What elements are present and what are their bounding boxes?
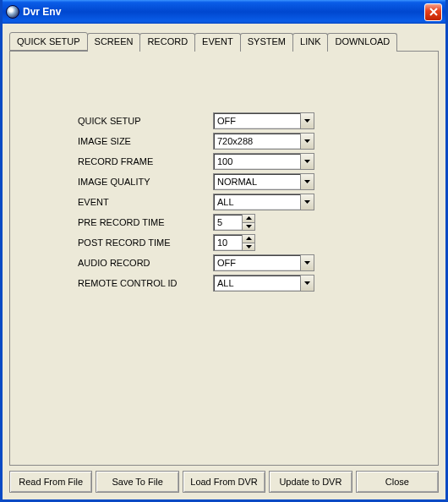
tab-event[interactable]: EVENT — [194, 33, 241, 52]
tab-link[interactable]: LINK — [292, 33, 328, 52]
combo-quick-setup[interactable]: OFF — [213, 112, 314, 129]
spin-pre-record-time[interactable]: 5 — [213, 214, 255, 231]
combo-image-size[interactable]: 720x288 — [213, 133, 314, 150]
row-image-size: IMAGE SIZE 720x288 — [78, 131, 314, 151]
spin-pre-record-time-value: 5 — [214, 215, 242, 230]
close-icon — [429, 8, 438, 16]
spin-up-button[interactable] — [243, 235, 254, 243]
combo-remote-control-id-value: ALL — [214, 278, 300, 288]
label-image-quality: IMAGE QUALITY — [78, 177, 213, 187]
combo-event-value: ALL — [214, 197, 300, 207]
spin-post-record-time-value: 10 — [214, 235, 242, 250]
label-event: EVENT — [78, 197, 213, 207]
label-post-record-time: POST RECORD TIME — [78, 237, 213, 248]
window-title: Dvr Env — [23, 6, 424, 18]
row-image-quality: IMAGE QUALITY NORMAL — [78, 172, 314, 192]
chevron-down-icon — [300, 255, 314, 270]
app-icon — [6, 5, 19, 19]
label-record-frame: RECORD FRAME — [78, 156, 213, 166]
row-record-frame: RECORD FRAME 100 — [78, 151, 314, 172]
combo-event[interactable]: ALL — [213, 194, 314, 210]
row-event: EVENT ALL — [78, 192, 314, 212]
chevron-down-icon — [300, 174, 314, 189]
combo-audio-record[interactable]: OFF — [213, 254, 314, 271]
label-image-size: IMAGE SIZE — [78, 136, 213, 146]
row-post-record-time: POST RECORD TIME 10 — [78, 232, 314, 253]
label-audio-record: AUDIO RECORD — [78, 258, 213, 268]
spin-post-record-time[interactable]: 10 — [213, 234, 255, 251]
button-bar: Read From File Save To File Load From DV… — [9, 466, 439, 493]
combo-image-size-value: 720x288 — [214, 136, 300, 146]
update-to-dvr-button[interactable]: Update to DVR — [269, 471, 352, 493]
tab-system[interactable]: SYSTEM — [240, 33, 293, 52]
combo-image-quality-value: NORMAL — [214, 177, 300, 187]
row-remote-control-id: REMOTE CONTROL ID ALL — [78, 273, 314, 293]
combo-record-frame[interactable]: 100 — [213, 153, 314, 170]
load-from-dvr-button[interactable]: Load From DVR — [183, 471, 265, 493]
row-pre-record-time: PRE RECORD TIME 5 — [78, 212, 314, 232]
row-audio-record: AUDIO RECORD OFF — [78, 253, 314, 273]
tab-screen[interactable]: SCREEN — [87, 33, 141, 52]
chevron-down-icon — [300, 276, 314, 291]
spin-post-record-time-buttons — [242, 235, 254, 250]
chevron-down-icon — [300, 134, 314, 149]
client-area: QUICK SETUP SCREEN RECORD EVENT SYSTEM L… — [3, 24, 445, 499]
tab-record[interactable]: RECORD — [139, 33, 195, 52]
tabstrip: QUICK SETUP SCREEN RECORD EVENT SYSTEM L… — [9, 32, 439, 51]
label-remote-control-id: REMOTE CONTROL ID — [78, 278, 213, 288]
row-quick-setup: QUICK SETUP OFF — [78, 111, 314, 131]
combo-image-quality[interactable]: NORMAL — [213, 173, 314, 190]
label-quick-setup: QUICK SETUP — [78, 116, 213, 126]
save-to-file-button[interactable]: Save To File — [96, 471, 178, 493]
combo-audio-record-value: OFF — [214, 258, 300, 268]
spin-down-button[interactable] — [243, 243, 254, 251]
chevron-down-icon — [300, 113, 314, 128]
close-window-button[interactable] — [424, 3, 442, 21]
label-pre-record-time: PRE RECORD TIME — [78, 217, 213, 227]
combo-record-frame-value: 100 — [214, 156, 300, 166]
chevron-down-icon — [300, 154, 314, 169]
read-from-file-button[interactable]: Read From File — [9, 471, 92, 493]
combo-remote-control-id[interactable]: ALL — [213, 275, 314, 292]
chevron-down-icon — [300, 194, 314, 210]
combo-quick-setup-value: OFF — [214, 116, 300, 126]
spin-up-button[interactable] — [243, 215, 254, 223]
tab-quick-setup[interactable]: QUICK SETUP — [9, 32, 88, 51]
window: Dvr Env QUICK SETUP SCREEN RECORD EVENT … — [0, 0, 448, 502]
titlebar: Dvr Env — [3, 0, 445, 24]
tab-download[interactable]: DOWNLOAD — [327, 33, 397, 52]
close-button[interactable]: Close — [356, 471, 439, 493]
form-area: QUICK SETUP OFF IMAGE SIZE 720x288 RECOR… — [78, 111, 314, 293]
spin-down-button[interactable] — [243, 223, 254, 231]
tabpanel-quick-setup: QUICK SETUP OFF IMAGE SIZE 720x288 RECOR… — [9, 51, 439, 466]
spin-pre-record-time-buttons — [242, 215, 254, 230]
